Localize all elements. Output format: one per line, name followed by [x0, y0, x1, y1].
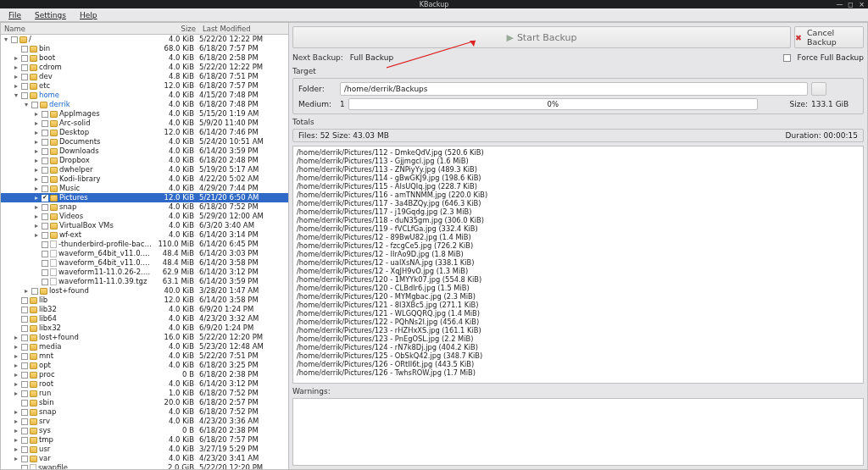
- expand-toggle-icon[interactable]: ▸: [33, 165, 40, 174]
- tree-body[interactable]: ▾/4.0 KiB5/22/20 12:22 PMbin68.0 KiB6/18…: [1, 35, 288, 469]
- tree-row[interactable]: ▸media4.0 KiB5/23/20 12:48 AM: [1, 342, 288, 351]
- menu-help[interactable]: Help: [75, 10, 103, 20]
- tree-row[interactable]: ▸etc12.0 KiB6/18/20 7:57 PM: [1, 81, 288, 91]
- tree-row[interactable]: ▸Desktop12.0 KiB6/14/20 7:46 PM: [1, 128, 288, 137]
- tree-row[interactable]: swapfile2.0 GiB5/22/20 12:20 PM: [1, 463, 288, 469]
- include-checkbox[interactable]: [11, 36, 18, 43]
- tree-row[interactable]: ▸wf-ext4.0 KiB6/14/20 3:14 PM: [1, 230, 288, 240]
- expand-toggle-icon[interactable]: ▸: [13, 435, 19, 445]
- expand-toggle-icon[interactable]: ▸: [33, 202, 40, 212]
- include-checkbox[interactable]: [21, 307, 28, 313]
- folder-input[interactable]: /home/derrik/Backups: [340, 82, 808, 96]
- expand-toggle-icon[interactable]: ▸: [13, 63, 19, 72]
- include-checkbox[interactable]: [31, 288, 38, 295]
- tree-row[interactable]: ▸lost+found16.0 KiB5/22/20 12:20 PM: [1, 333, 288, 342]
- window-close-button[interactable]: ×: [857, 0, 866, 8]
- tree-row[interactable]: ▸tmp4.0 KiB6/18/20 7:57 PM: [1, 435, 288, 445]
- include-checkbox[interactable]: [21, 344, 28, 351]
- tree-row[interactable]: bin68.0 KiB6/18/20 7:57 PM: [1, 44, 288, 53]
- include-checkbox[interactable]: [21, 400, 28, 406]
- tree-row[interactable]: -thunderbird-profile-backup-06_14_2020.t…: [1, 240, 288, 249]
- include-checkbox[interactable]: [42, 176, 48, 183]
- include-checkbox[interactable]: [21, 456, 28, 462]
- expand-toggle-icon[interactable]: ▸: [13, 351, 19, 361]
- tree-row[interactable]: ▸run1.0 KiB6/18/20 7:52 PM: [1, 389, 288, 398]
- expand-toggle-icon[interactable]: ▸: [33, 109, 40, 119]
- expand-toggle-icon[interactable]: ▸: [13, 361, 19, 370]
- include-checkbox[interactable]: ✔: [42, 195, 48, 202]
- tree-row[interactable]: ▸Downloads4.0 KiB6/14/20 3:59 PM: [1, 147, 288, 156]
- tree-row[interactable]: lib324.0 KiB6/9/20 1:24 PM: [1, 305, 288, 314]
- expand-toggle-icon[interactable]: ▸: [13, 81, 19, 91]
- include-checkbox[interactable]: [21, 353, 28, 360]
- expand-toggle-icon[interactable]: ▸: [13, 379, 19, 389]
- include-checkbox[interactable]: [21, 409, 28, 416]
- include-checkbox[interactable]: [21, 390, 28, 397]
- tree-row[interactable]: waveform_64bit_v11.0.39.deb48.4 MiB6/14/…: [1, 258, 288, 268]
- tree-row[interactable]: ▸Videos4.0 KiB5/29/20 12:00 AM: [1, 212, 288, 221]
- window-minimize-button[interactable]: —: [835, 0, 844, 8]
- include-checkbox[interactable]: [21, 428, 28, 434]
- include-checkbox[interactable]: [42, 223, 48, 229]
- include-checkbox[interactable]: [42, 241, 48, 248]
- expand-toggle-icon[interactable]: ▾: [23, 100, 30, 109]
- tree-row[interactable]: ▸opt4.0 KiB6/18/20 3:25 PM: [1, 361, 288, 370]
- window-maximize-button[interactable]: ◻: [846, 0, 855, 8]
- expand-toggle-icon[interactable]: ▸: [33, 184, 40, 193]
- include-checkbox[interactable]: [42, 279, 48, 285]
- include-checkbox[interactable]: [42, 213, 48, 220]
- expand-toggle-icon[interactable]: ▸: [33, 212, 40, 221]
- include-checkbox[interactable]: [21, 83, 28, 90]
- tree-row[interactable]: ▾/4.0 KiB5/22/20 12:22 PM: [1, 35, 288, 44]
- tree-row[interactable]: ▸boot4.0 KiB6/18/20 2:58 PM: [1, 53, 288, 63]
- include-checkbox[interactable]: [21, 418, 28, 425]
- include-checkbox[interactable]: [31, 102, 38, 108]
- expand-toggle-icon[interactable]: ▸: [33, 156, 40, 165]
- tree-row[interactable]: ▸mnt4.0 KiB5/22/20 7:51 PM: [1, 351, 288, 361]
- include-checkbox[interactable]: [42, 269, 48, 276]
- tree-row[interactable]: ▸proc0 B6/18/20 2:38 PM: [1, 370, 288, 379]
- tree-row[interactable]: ▾derrik4.0 KiB6/18/20 7:48 PM: [1, 100, 288, 109]
- include-checkbox[interactable]: [21, 446, 28, 453]
- menu-file[interactable]: File: [3, 10, 26, 20]
- include-checkbox[interactable]: [21, 325, 28, 332]
- tree-header-modified[interactable]: Last Modified: [199, 23, 288, 34]
- include-checkbox[interactable]: [42, 158, 48, 164]
- log-output[interactable]: /home/derrik/Pictures/112 - DmkeQdV.jpg …: [292, 146, 864, 384]
- tree-row[interactable]: ▸Arc-solid4.0 KiB5/9/20 11:40 PM: [1, 119, 288, 128]
- tree-row[interactable]: ▸Documents4.0 KiB5/24/20 10:51 AM: [1, 137, 288, 147]
- force-full-backup-checkbox[interactable]: [783, 54, 791, 62]
- tree-row[interactable]: ▸cdrom4.0 KiB5/22/20 12:22 PM: [1, 63, 288, 72]
- expand-toggle-icon[interactable]: ▸: [33, 128, 40, 137]
- expand-toggle-icon[interactable]: ▸: [13, 454, 19, 463]
- expand-toggle-icon[interactable]: ▸: [13, 389, 19, 398]
- include-checkbox[interactable]: [42, 260, 48, 267]
- expand-toggle-icon[interactable]: ▸: [33, 174, 40, 184]
- expand-toggle-icon[interactable]: ▾: [3, 35, 9, 44]
- tree-row[interactable]: ▸Music4.0 KiB4/29/20 7:44 PM: [1, 184, 288, 193]
- include-checkbox[interactable]: [21, 335, 28, 341]
- expand-toggle-icon[interactable]: ▸: [33, 119, 40, 128]
- expand-toggle-icon[interactable]: ▸: [33, 137, 40, 147]
- include-checkbox[interactable]: [42, 111, 48, 118]
- include-checkbox[interactable]: [21, 465, 28, 470]
- include-checkbox[interactable]: [21, 372, 28, 379]
- include-checkbox[interactable]: [42, 148, 48, 155]
- tree-row[interactable]: ▸dwhelper4.0 KiB5/19/20 5:17 AM: [1, 165, 288, 174]
- tree-row[interactable]: waveform11-11.0.39.tgz63.1 MiB6/14/20 3:…: [1, 277, 288, 286]
- include-checkbox[interactable]: [21, 92, 28, 99]
- tree-row[interactable]: ▸dev4.8 KiB6/18/20 7:51 PM: [1, 72, 288, 81]
- tree-header-size[interactable]: Size: [153, 23, 199, 34]
- expand-toggle-icon[interactable]: ▸: [33, 221, 40, 230]
- expand-toggle-icon[interactable]: ▾: [13, 91, 19, 100]
- expand-toggle-icon[interactable]: ▸: [13, 370, 19, 379]
- include-checkbox[interactable]: [21, 316, 28, 323]
- include-checkbox[interactable]: [42, 130, 48, 136]
- expand-toggle-icon[interactable]: ▸: [13, 417, 19, 426]
- tree-row[interactable]: ▸var4.0 KiB4/23/20 3:41 AM: [1, 454, 288, 463]
- expand-toggle-icon[interactable]: ▸: [33, 193, 40, 202]
- tree-row[interactable]: ▾home4.0 KiB4/15/20 7:48 PM: [1, 91, 288, 100]
- tree-row[interactable]: ▸✔Pictures12.0 KiB5/21/20 6:50 AM: [1, 193, 288, 202]
- tree-row[interactable]: lib12.0 KiB6/14/20 3:58 PM: [1, 296, 288, 305]
- start-backup-button[interactable]: ▶ Start Backup: [292, 26, 791, 48]
